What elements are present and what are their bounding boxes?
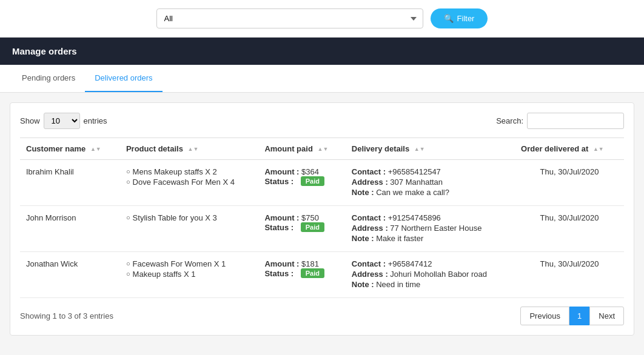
table-controls: Show 10 25 50 100 entries Search:: [20, 113, 624, 129]
product-item: Facewash For Women X 1: [126, 259, 252, 268]
delivery-contact: Contact : +91254745896: [352, 213, 509, 222]
sort-icon-delivery[interactable]: ▲▼: [414, 147, 425, 152]
product-item: Dove Facewash For Men X 4: [126, 178, 252, 187]
col-order-delivered-at: Order delivered at ▲▼: [515, 138, 624, 160]
show-entries: Show 10 25 50 100 entries: [20, 113, 107, 129]
delivery-address: Address : Johuri Mohollah Babor road: [352, 270, 509, 279]
status-row: Status : Paid: [264, 222, 339, 232]
search-input[interactable]: [527, 113, 624, 129]
cell-customer-name: John Morrison: [20, 206, 120, 252]
col-customer-name: Customer name ▲▼: [20, 138, 120, 160]
amount-value: Amount : $750: [264, 213, 339, 222]
table-row: Jonathan WickFacewash For Women X 1Makeu…: [20, 252, 624, 298]
sort-icon-product[interactable]: ▲▼: [188, 147, 199, 152]
amount-value: Amount : $181: [264, 259, 339, 268]
pagination-info: Showing 1 to 3 of 3 entries: [20, 311, 113, 320]
cell-product-details: Facewash For Women X 1Makeup staffs X 1: [120, 252, 258, 298]
cell-delivered-at: Thu, 30/Jul/2020: [515, 160, 624, 206]
cell-product-details: Mens Makeup staffs X 2Dove Facewash For …: [120, 160, 258, 206]
delivery-note: Note : Need in time: [352, 280, 509, 289]
cell-amount-paid: Amount : $181 Status : Paid: [258, 252, 345, 298]
tab-pending-orders[interactable]: Pending orders: [12, 65, 85, 92]
delivery-note: Note : Can we make a call?: [352, 188, 509, 197]
cell-customer-name: Ibrahim Khalil: [20, 160, 120, 206]
entries-select[interactable]: 10 25 50 100: [44, 113, 80, 129]
pagination-controls: Previous 1 Next: [520, 307, 624, 325]
search-icon: 🔍: [444, 14, 454, 23]
cell-product-details: Stylish Table for you X 3: [120, 206, 258, 252]
cell-amount-paid: Amount : $750 Status : Paid: [258, 206, 345, 252]
product-item: Stylish Table for you X 3: [126, 213, 252, 222]
delivery-contact: Contact : +965847412: [352, 259, 509, 268]
cell-delivered-at: Thu, 30/Jul/2020: [515, 206, 624, 252]
filter-select[interactable]: All: [156, 8, 423, 28]
entries-label: entries: [84, 116, 107, 125]
search-label: Search:: [496, 116, 523, 125]
delivery-contact: Contact : +96585412547: [352, 167, 509, 176]
filter-button[interactable]: 🔍 Filter: [431, 8, 488, 28]
status-badge: Paid: [301, 268, 324, 278]
sort-icon-delivered[interactable]: ▲▼: [593, 147, 604, 152]
cell-customer-name: Jonathan Wick: [20, 252, 120, 298]
page-header: Manage orders: [0, 38, 644, 65]
search-box: Search:: [496, 113, 624, 129]
next-button[interactable]: Next: [589, 307, 624, 325]
status-row: Status : Paid: [264, 176, 339, 186]
cell-delivery-details: Contact : +965847412 Address : Johuri Mo…: [346, 252, 515, 298]
tabs-container: Pending orders Delivered orders: [0, 65, 644, 93]
pagination-bar: Showing 1 to 3 of 3 entries Previous 1 N…: [20, 307, 624, 325]
status-badge: Paid: [301, 176, 324, 186]
product-item: Mens Makeup staffs X 2: [126, 167, 252, 176]
status-row: Status : Paid: [264, 268, 339, 278]
orders-table: Customer name ▲▼ Product details ▲▼ Amou…: [20, 138, 624, 298]
delivery-address: Address : 307 Manhattan: [352, 178, 509, 187]
col-delivery-details: Delivery details ▲▼: [346, 138, 515, 160]
current-page: 1: [569, 307, 589, 325]
show-label: Show: [20, 116, 40, 125]
col-product-details: Product details ▲▼: [120, 138, 258, 160]
cell-delivery-details: Contact : +91254745896 Address : 77 Nort…: [346, 206, 515, 252]
status-badge: Paid: [301, 222, 324, 232]
top-bar: All 🔍 Filter: [0, 0, 644, 38]
cell-amount-paid: Amount : $364 Status : Paid: [258, 160, 345, 206]
tab-delivered-orders[interactable]: Delivered orders: [85, 65, 162, 92]
main-content: Show 10 25 50 100 entries Search: Custom…: [10, 102, 634, 336]
table-row: John MorrisonStylish Table for you X 3Am…: [20, 206, 624, 252]
page-title: Manage orders: [12, 46, 77, 56]
sort-icon-amount[interactable]: ▲▼: [317, 147, 328, 152]
cell-delivered-at: Thu, 30/Jul/2020: [515, 252, 624, 298]
amount-value: Amount : $364: [264, 167, 339, 176]
cell-delivery-details: Contact : +96585412547 Address : 307 Man…: [346, 160, 515, 206]
sort-icon-customer[interactable]: ▲▼: [90, 147, 101, 152]
filter-button-label: Filter: [457, 14, 475, 23]
col-amount-paid: Amount paid ▲▼: [258, 138, 345, 160]
table-row: Ibrahim KhalilMens Makeup staffs X 2Dove…: [20, 160, 624, 206]
product-item: Makeup staffs X 1: [126, 270, 252, 279]
previous-button[interactable]: Previous: [520, 307, 569, 325]
delivery-address: Address : 77 Northern Easter House: [352, 224, 509, 233]
delivery-note: Note : Make it faster: [352, 234, 509, 243]
